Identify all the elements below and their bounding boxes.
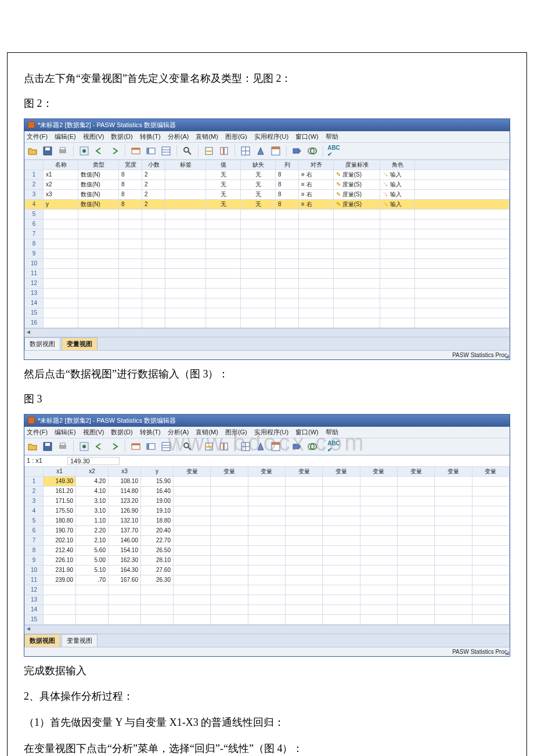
column-header[interactable]: 角色 (380, 160, 415, 170)
find-icon[interactable] (182, 145, 193, 157)
find-icon[interactable] (182, 441, 193, 452)
redo-icon[interactable] (109, 441, 120, 452)
open-icon[interactable] (27, 145, 38, 157)
print-icon[interactable] (57, 145, 68, 157)
column-header[interactable]: 变量 (472, 466, 509, 476)
variable-row[interactable]: 2x2数值(N)82无无8≡ 右✎ 度量(S)↘ 输入 (25, 179, 510, 189)
spellcheck-icon[interactable]: ABC✔ (328, 145, 340, 157)
menu-item[interactable]: 图形(G) (225, 428, 247, 437)
active-cell-value[interactable]: 149.30 (67, 457, 120, 465)
insert-var-icon[interactable] (218, 441, 230, 452)
data-row[interactable]: 7202.102.10146.0022.70 (25, 535, 510, 545)
variable-row[interactable]: 4y数值(N)82无无8≡ 右✎ 度量(S)↘ 输入 (25, 199, 510, 209)
column-header[interactable]: 对齐 (299, 160, 334, 170)
column-header[interactable]: 变量 (174, 466, 211, 476)
insert-case-icon[interactable] (203, 441, 215, 452)
resize-grip-icon[interactable]: ◢ (505, 650, 509, 656)
data-row[interactable]: 9226.105.00162.3028.10 (25, 555, 510, 565)
empty-row[interactable]: 14 (25, 298, 510, 308)
empty-row[interactable]: 12 (25, 278, 510, 288)
empty-row[interactable]: 13 (25, 595, 510, 604)
empty-row[interactable]: 11 (25, 268, 510, 278)
value-labels-icon[interactable] (291, 441, 303, 452)
menu-item[interactable]: 分析(A) (168, 132, 189, 141)
redo-icon[interactable] (109, 145, 120, 157)
data-row[interactable]: 8212.405.60154.1026.50 (25, 545, 510, 555)
empty-row[interactable]: 15 (25, 614, 510, 624)
variable-row[interactable]: 3x3数值(N)82无无8≡ 右✎ 度量(S)↘ 输入 (25, 189, 510, 199)
empty-row[interactable]: 12 (25, 585, 510, 595)
column-header[interactable]: x1 (44, 466, 76, 476)
column-header[interactable]: 类型 (78, 160, 119, 170)
column-header[interactable]: 变量 (211, 466, 248, 476)
goto-icon[interactable] (130, 145, 142, 157)
empty-row[interactable]: 15 (25, 308, 510, 318)
column-header[interactable]: 名称 (44, 160, 78, 170)
column-header[interactable]: 变量 (323, 466, 360, 476)
column-header[interactable]: x2 (76, 466, 109, 476)
data-row[interactable]: 1149.304.20108.1015.90 (25, 476, 510, 486)
variables-icon[interactable] (160, 441, 172, 452)
menu-item[interactable]: 实用程序(U) (254, 132, 288, 141)
goto-var-icon[interactable] (145, 441, 157, 452)
column-header[interactable]: 列 (276, 160, 299, 170)
data-row[interactable]: 2161.204.10114.8016.40 (25, 486, 510, 496)
tab-data-view[interactable]: 数据视图 (24, 337, 60, 350)
column-header[interactable]: 宽度 (119, 160, 142, 170)
data-row[interactable]: 10231.905.10164.3027.60 (25, 565, 510, 575)
menu-item[interactable]: 转换(T) (140, 132, 161, 141)
menu-item[interactable]: 视图(V) (83, 428, 104, 437)
data-row[interactable]: 3171.503.10123.2019.00 (25, 496, 510, 506)
value-labels-icon[interactable] (291, 145, 303, 157)
column-header[interactable]: 值 (206, 160, 241, 170)
tab-variable-view[interactable]: 变量视图 (62, 634, 98, 647)
empty-row[interactable]: 8 (25, 239, 510, 249)
undo-icon[interactable] (93, 441, 105, 452)
variables-icon[interactable] (160, 145, 172, 157)
horizontal-scrollbar[interactable] (24, 625, 510, 633)
horizontal-scrollbar[interactable] (24, 328, 510, 337)
run-icon[interactable] (78, 145, 90, 157)
use-sets-icon[interactable] (306, 441, 318, 452)
column-header[interactable]: 标签 (165, 160, 206, 170)
menu-item[interactable]: 转换(T) (140, 428, 161, 437)
column-header[interactable]: 缺失 (241, 160, 276, 170)
menu-item[interactable]: 直销(M) (196, 428, 218, 437)
goto-icon[interactable] (130, 441, 142, 452)
menu-item[interactable]: 实用程序(U) (254, 428, 288, 437)
menu-item[interactable]: 窗口(W) (295, 428, 319, 437)
menu-item[interactable]: 帮助 (326, 428, 338, 437)
empty-row[interactable]: 13 (25, 288, 510, 298)
menu-item[interactable]: 编辑(E) (55, 132, 76, 141)
column-header[interactable]: 度量标准 (334, 160, 380, 170)
menu-item[interactable]: 帮助 (326, 132, 338, 141)
column-header[interactable]: 变量 (360, 466, 397, 476)
empty-row[interactable]: 14 (25, 604, 510, 614)
insert-var-icon[interactable] (218, 145, 230, 157)
data-row[interactable]: 4175.503.10126.9019.10 (25, 506, 510, 516)
tab-variable-view[interactable]: 变量视图 (62, 337, 98, 350)
resize-grip-icon[interactable]: ◢ (505, 353, 509, 359)
print-icon[interactable] (57, 441, 68, 452)
insert-case-icon[interactable] (203, 145, 215, 157)
data-row[interactable]: 5180.801.10132.1018.80 (25, 516, 510, 525)
select-icon[interactable] (270, 441, 282, 452)
data-row[interactable]: 11239.00.70167.6026.30 (25, 575, 510, 585)
save-icon[interactable] (42, 145, 53, 157)
weight-icon[interactable] (255, 145, 266, 157)
menu-item[interactable]: 图形(G) (225, 132, 247, 141)
column-header[interactable]: 变量 (435, 466, 472, 476)
empty-row[interactable]: 6 (25, 219, 510, 229)
column-header[interactable]: 小数 (142, 160, 165, 170)
empty-row[interactable]: 16 (25, 318, 510, 327)
menu-item[interactable]: 编辑(E) (55, 428, 76, 437)
tab-data-view[interactable]: 数据视图 (24, 634, 60, 647)
column-header[interactable]: 变量 (248, 466, 285, 476)
menu-item[interactable]: 数据(D) (111, 428, 132, 437)
undo-icon[interactable] (93, 145, 105, 157)
empty-row[interactable]: 7 (25, 229, 510, 239)
menu-item[interactable]: 文件(F) (27, 132, 48, 141)
goto-var-icon[interactable] (145, 145, 157, 157)
split-icon[interactable] (240, 145, 251, 157)
empty-row[interactable]: 9 (25, 249, 510, 258)
